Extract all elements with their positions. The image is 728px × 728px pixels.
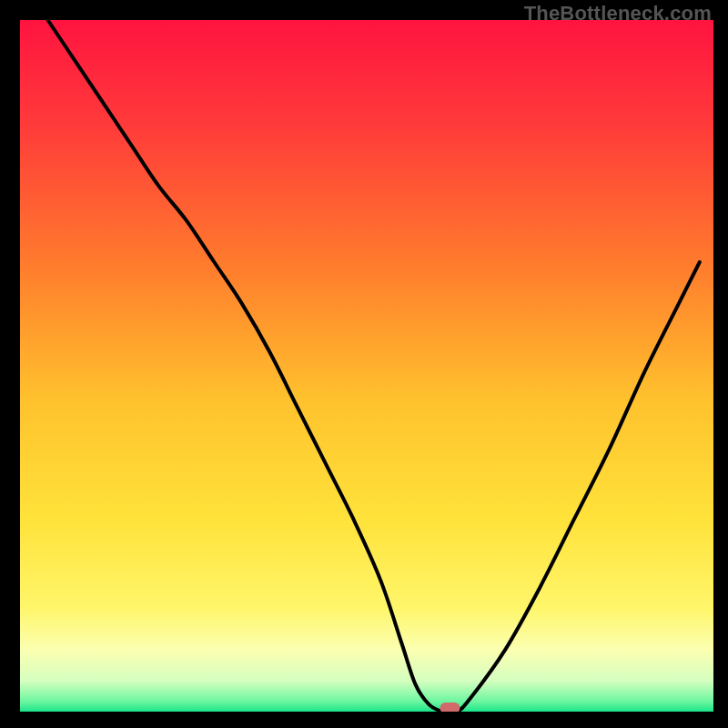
- chart-svg: [0, 0, 728, 728]
- watermark-text: TheBottleneck.com: [524, 2, 712, 25]
- bottleneck-chart: TheBottleneck.com: [0, 0, 728, 728]
- gradient-background: [20, 20, 713, 712]
